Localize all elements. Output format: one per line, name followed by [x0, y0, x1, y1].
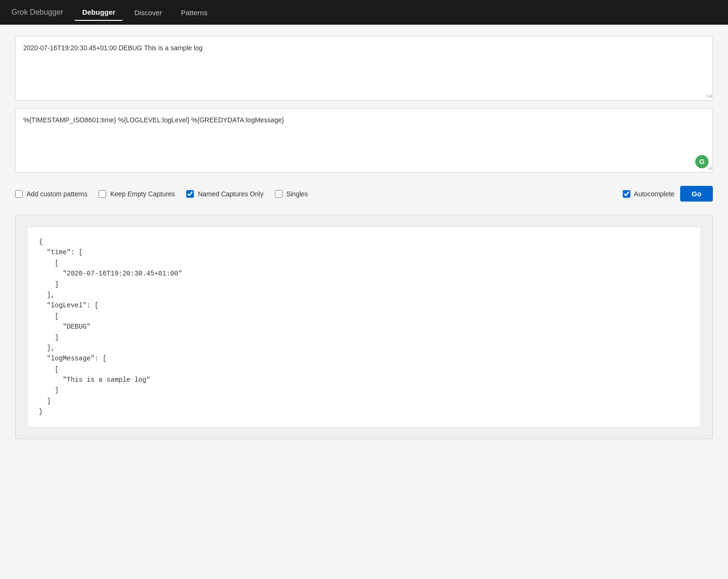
go-button[interactable]: Go [680, 186, 713, 202]
sample-log-wrapper: ⇲ [15, 36, 713, 101]
navbar: Grok Debugger Debugger Discover Patterns [0, 0, 728, 25]
singles-label: Singles [286, 190, 308, 198]
tab-debugger[interactable]: Debugger [74, 4, 123, 21]
pattern-input[interactable] [16, 109, 712, 170]
main-content: ⇲ G Add custom patterns Keep Empty Captu… [0, 25, 728, 579]
add-custom-patterns-label: Add custom patterns [27, 190, 87, 198]
tab-discover[interactable]: Discover [127, 5, 169, 20]
keep-empty-captures-label: Keep Empty Captures [110, 190, 175, 198]
output-code-block: { "time": [ [ "2020-07-16T19:20:30.45+01… [27, 227, 701, 427]
tab-patterns[interactable]: Patterns [173, 5, 215, 20]
add-custom-patterns-checkbox[interactable] [15, 190, 23, 198]
output-code: { "time": [ [ "2020-07-16T19:20:30.45+01… [39, 237, 689, 417]
keep-empty-captures-checkbox[interactable] [99, 190, 106, 198]
autocomplete-checkbox[interactable] [623, 190, 630, 198]
singles-option[interactable]: Singles [275, 190, 308, 198]
autocomplete-label: Autocomplete [634, 190, 675, 198]
add-custom-patterns-option[interactable]: Add custom patterns [15, 190, 87, 198]
named-captures-only-label: Named Captures Only [198, 190, 264, 198]
named-captures-only-option[interactable]: Named Captures Only [186, 190, 264, 198]
options-row: Add custom patterns Keep Empty Captures … [15, 180, 713, 207]
grammarly-icon: G [695, 155, 709, 168]
resize-handle: ⇲ [705, 92, 710, 98]
output-panel: { "time": [ [ "2020-07-16T19:20:30.45+01… [15, 215, 713, 439]
autocomplete-option[interactable]: Autocomplete [623, 190, 675, 198]
singles-checkbox[interactable] [275, 190, 282, 198]
pattern-wrapper: G [15, 108, 713, 173]
sample-log-input[interactable] [16, 37, 712, 98]
app-brand: Grok Debugger [11, 8, 63, 17]
keep-empty-captures-option[interactable]: Keep Empty Captures [99, 190, 175, 198]
named-captures-only-checkbox[interactable] [186, 190, 194, 198]
options-right: Autocomplete Go [623, 186, 713, 202]
